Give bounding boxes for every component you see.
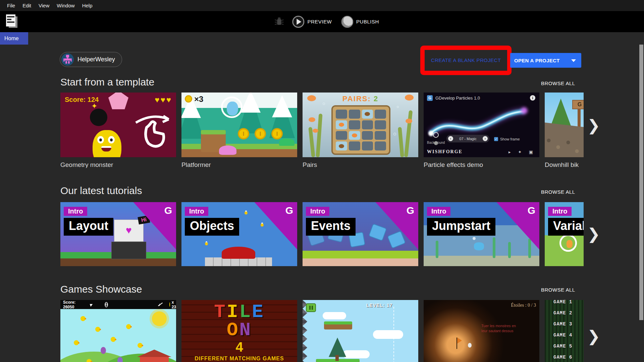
intro-badge: Intro bbox=[427, 207, 450, 216]
toolbar: PREVIEW PUBLISH bbox=[0, 11, 644, 32]
showcase-card-tile-on[interactable]: TILE ON 4 DIFFERENT MATCHING GAMES bbox=[181, 300, 297, 362]
fish-decor bbox=[307, 95, 316, 101]
tutorial-card-layout[interactable]: ♥ Hi G Intro Layout bbox=[60, 202, 176, 266]
gdevelop-logo-icon: G bbox=[164, 205, 172, 216]
showcase-next-arrow[interactable]: ❯ bbox=[586, 327, 601, 346]
tile bbox=[362, 141, 373, 150]
thumbnail: G GDevelop Particles 1.0 i Background bbox=[424, 93, 539, 157]
showcase-card-chicks[interactable]: Score: 26050 ♪ x 23 bbox=[60, 300, 176, 362]
showcase-card-night[interactable]: Étoiles : 0 / 3 Tuer les monstres en leu… bbox=[424, 300, 539, 362]
robot bbox=[368, 224, 387, 241]
eye bbox=[97, 136, 104, 143]
menu-window[interactable]: Window bbox=[53, 0, 78, 11]
fish-character bbox=[474, 242, 484, 250]
tutorial-title: Jumpstart bbox=[427, 218, 495, 236]
chick bbox=[95, 327, 100, 332]
template-label: Downhill bik bbox=[545, 161, 584, 168]
menu-edit[interactable]: Edit bbox=[19, 0, 35, 11]
template-card-particle-effects[interactable]: G GDevelop Particles 1.0 i Background bbox=[424, 93, 539, 168]
preview-button[interactable]: PREVIEW bbox=[292, 16, 332, 28]
editor-panel bbox=[111, 242, 146, 259]
menu-item: GAME 4 bbox=[553, 330, 572, 341]
debug-icon[interactable] bbox=[273, 16, 285, 27]
player-character bbox=[221, 97, 243, 118]
tile bbox=[349, 141, 360, 150]
cloud bbox=[323, 312, 346, 319]
tutorial-card-variables[interactable]: +1 Intro Variab bbox=[545, 202, 584, 266]
menu-view[interactable]: View bbox=[35, 0, 53, 11]
open-project-button[interactable]: OPEN A PROJECT bbox=[510, 53, 581, 68]
showcase-card-moves[interactable]: LEVEL: 17 MOVES: 6 ⬢⬢⬢ bbox=[303, 300, 418, 362]
seaweed bbox=[398, 127, 404, 157]
dropdown-caret-icon bbox=[571, 59, 576, 62]
coin-icon: l bbox=[271, 128, 283, 139]
easter-egg bbox=[117, 357, 123, 362]
fish-decor bbox=[313, 129, 318, 133]
thumbnail: G Intro Jumpstart bbox=[424, 202, 539, 266]
username: HelperWesley bbox=[77, 56, 115, 63]
vertical-scrollbar[interactable] bbox=[639, 45, 643, 320]
menu-item: GAME 3 bbox=[553, 319, 572, 330]
bubble bbox=[393, 133, 396, 135]
template-card-downhill[interactable]: G Downhill bik bbox=[545, 93, 584, 168]
chick bbox=[80, 316, 86, 321]
thumbnail: G Intro Events bbox=[303, 202, 418, 266]
tutorial-row: ♥ Hi G Intro Layout G bbox=[60, 202, 584, 266]
menu-file[interactable]: File bbox=[3, 0, 19, 11]
seaweed bbox=[316, 114, 322, 157]
stars-counter-text: Étoiles : 0 / 3 bbox=[511, 303, 536, 308]
preset-name: 07 - Magic bbox=[459, 137, 476, 141]
publish-button[interactable]: PUBLISH bbox=[341, 16, 379, 28]
subtitle-text: DIFFERENT MATCHING GAMES bbox=[181, 356, 297, 362]
avatar bbox=[61, 53, 74, 66]
gdevelop-logo-icon: G bbox=[427, 95, 433, 101]
barn bbox=[140, 357, 169, 362]
thumbnail: TILE ON 4 DIFFERENT MATCHING GAMES bbox=[181, 300, 297, 362]
character bbox=[567, 240, 573, 248]
section-title-tutorials: Our latest tutorials bbox=[60, 185, 142, 196]
mute-music-icon: ♪ bbox=[158, 302, 161, 307]
wishforge-logo: WISHFORGE bbox=[427, 149, 463, 155]
tutorial-title: Events bbox=[306, 218, 356, 236]
tile bbox=[362, 120, 373, 129]
template-card-platformer[interactable]: l l l ×3 Platformer bbox=[181, 93, 297, 168]
pause-button[interactable] bbox=[306, 303, 316, 312]
tutorials-next-arrow[interactable]: ❯ bbox=[586, 225, 601, 243]
particles-title: GDevelop Particles 1.0 bbox=[435, 96, 480, 101]
template-label: Geometry monster bbox=[60, 161, 176, 168]
template-card-geometry-monster[interactable]: Score: 124 ♥♥♥ ✦ Ge bbox=[60, 93, 176, 168]
thumbnail: Score: 124 ♥♥♥ ✦ bbox=[60, 93, 176, 157]
bubble bbox=[473, 237, 476, 240]
create-blank-project-button[interactable]: CREATE A BLANK PROJECT bbox=[425, 53, 507, 68]
hint-text: Tuer les monstres en leur sautant dessus bbox=[481, 323, 516, 334]
tutorial-title: Variab bbox=[548, 218, 584, 236]
thumbnail: ♥ Hi G Intro Layout bbox=[60, 202, 176, 266]
tutorial-card-objects[interactable]: G Intro Objects bbox=[181, 202, 297, 266]
template-card-pairs[interactable]: PAIRS: 2 bbox=[303, 93, 418, 168]
easter-egg bbox=[101, 347, 106, 354]
checkbox-icon: ✓ bbox=[494, 137, 498, 141]
gdevelop-logo-icon: G bbox=[407, 205, 414, 216]
showcase-card-menu[interactable]: GAME 1 GAME 2 GAME 3 GAME 4 GAME 5 GAME … bbox=[545, 300, 584, 362]
seaweed bbox=[436, 241, 438, 258]
intro-badge: Intro bbox=[548, 207, 572, 216]
tutorial-card-jumpstart[interactable]: G Intro Jumpstart bbox=[424, 202, 539, 266]
tile bbox=[375, 120, 386, 129]
icon-line bbox=[7, 21, 14, 23]
tile bbox=[375, 141, 386, 150]
highlight-ring bbox=[559, 234, 577, 252]
sun bbox=[152, 311, 167, 326]
tutorial-card-events[interactable]: G Intro Events bbox=[303, 202, 418, 266]
project-manager-icon[interactable] bbox=[6, 14, 19, 28]
show-frame-checkbox: ✓ Show frame bbox=[494, 137, 520, 141]
browse-all-tutorials[interactable]: BROWSE ALL bbox=[541, 189, 575, 195]
browse-all-templates[interactable]: BROWSE ALL bbox=[541, 80, 575, 86]
tab-home[interactable]: Home bbox=[0, 32, 28, 45]
fish-decor bbox=[405, 95, 414, 101]
browse-all-showcase[interactable]: BROWSE ALL bbox=[541, 287, 575, 293]
templates-next-arrow[interactable]: ❯ bbox=[586, 116, 601, 135]
user-profile-chip[interactable]: HelperWesley bbox=[60, 52, 122, 67]
menu-help[interactable]: Help bbox=[78, 0, 96, 11]
tile bbox=[375, 110, 386, 119]
bush-shape bbox=[279, 138, 294, 146]
